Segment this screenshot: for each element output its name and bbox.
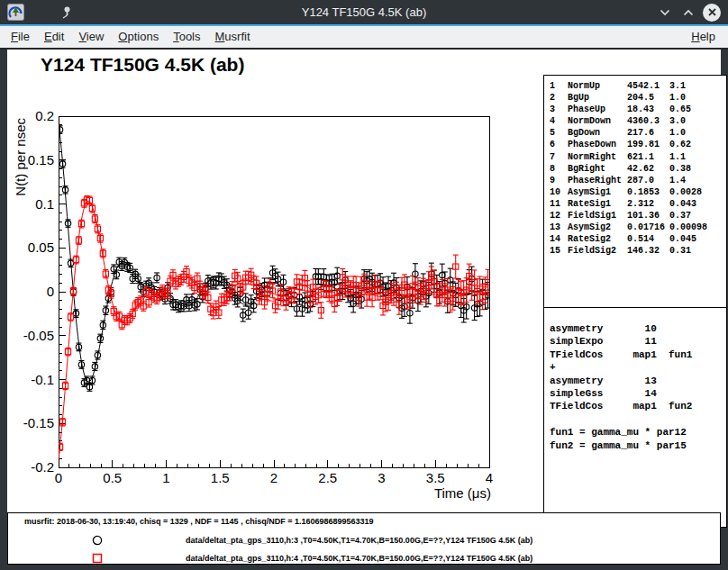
svg-text:0.15: 0.15 [28,152,54,167]
param-value: 621.1 [627,151,669,163]
title-bar[interactable]: Y124 TF150G 4.5K (ab) [0,0,728,24]
menu-item-view[interactable]: View [71,27,111,47]
param-err: 0.38 [669,163,726,175]
param-name: BgUp [568,92,627,104]
legend-circle-marker-icon [91,534,104,547]
menu-item-tools[interactable]: Tools [166,27,207,47]
svg-text:-0.1: -0.1 [31,372,54,387]
param-row: 6PhaseDown199.810.62 [550,139,726,150]
param-value: 0.1853 [627,186,669,198]
menu-item-help[interactable]: Help [684,27,723,47]
fit-curve-square [59,201,489,458]
param-row: 10AsymSig10.18530.0028 [550,186,726,198]
param-value: 217.6 [627,127,669,139]
menu-item-options[interactable]: Options [111,27,166,47]
param-err: 0.62 [669,139,726,150]
menu-item-file[interactable]: File [4,27,37,47]
theory-line: simpleGss 14 [550,387,726,400]
param-no: 14 [550,233,568,245]
param-name: NormUp [568,80,627,92]
param-name: RateSig1 [568,198,627,210]
fit-curve-circle [59,123,489,382]
svg-text:0: 0 [55,470,62,485]
menu-item-edit[interactable]: Edit [37,27,71,47]
param-name: BgDown [568,127,627,139]
svg-text:0.5: 0.5 [103,470,122,485]
param-row: 1NormUp4542.13.1 [550,80,726,92]
legend-entry: data/deltat_pta_gps_3110,h:4 ,T0=4.50K,T… [8,552,720,565]
param-value: 146.32 [627,245,669,257]
param-name: AsymSig2 [568,222,627,233]
param-row: 12FieldSig1101.360.37 [550,210,726,222]
legend-label: data/deltat_pta_gps_3110,h:3 ,T0=4.50K,T… [186,536,532,545]
svg-text:0.05: 0.05 [28,240,54,255]
param-row: 11RateSig12.3120.043 [550,198,726,210]
svg-text:1.5: 1.5 [211,470,230,485]
main-window: Y124 TF150G 4.5K (ab) FileEditViewOption… [0,0,728,570]
svg-text:4: 4 [486,470,493,485]
minimize-button[interactable] [656,4,674,22]
theory-line [550,413,726,426]
svg-text:-0.2: -0.2 [31,459,54,475]
musrview-canvas: Y124 TF150G 4.5K (ab)00.511.522.533.540.… [7,50,721,565]
param-row: 4NormDown4360.33.0 [550,115,726,127]
param-value: 0.01716 [627,222,669,233]
param-value: 4360.3 [627,115,669,127]
param-err: 0.37 [669,210,726,222]
theory-line: asymmetry 13 [550,375,726,387]
param-row: 8BgRight42.620.38 [550,163,726,175]
param-no: 9 [550,175,568,186]
param-value: 2.312 [627,198,669,210]
param-value: 0.514 [627,233,669,245]
param-name: PhaseDown [568,139,627,150]
param-row: 5BgDown217.61.0 [550,127,726,139]
param-no: 13 [550,222,568,233]
param-err: 0.00098 [669,222,726,233]
window-title: Y124 TF150G 4.5K (ab) [0,0,728,24]
menu-bar: FileEditViewOptionsToolsMusrfitHelp [0,26,728,50]
param-no: 6 [550,139,568,150]
svg-text:2.5: 2.5 [318,470,337,485]
svg-text:3: 3 [378,470,385,485]
param-no: 11 [550,198,568,210]
param-name: PhaseUp [568,104,627,115]
param-err: 0.043 [669,198,726,210]
param-row: 15FieldSig2146.320.31 [550,245,726,257]
param-value: 287.0 [627,175,669,186]
svg-text:0.2: 0.2 [35,108,54,123]
param-no: 4 [550,115,568,127]
fit-status-line: musrfit: 2018-06-30, 13:19:40, chisq = 1… [24,517,373,526]
param-value: 204.5 [627,92,669,104]
param-row: 9PhaseRight287.01.4 [550,175,726,186]
theory-line: simplExpo 11 [550,335,726,348]
param-value: 199.81 [627,139,669,150]
svg-text:3.5: 3.5 [426,470,445,485]
param-name: NormRight [568,151,627,163]
param-name: NormDown [568,115,627,127]
param-row: 7NormRight621.11.1 [550,151,726,163]
param-value: 4542.1 [627,80,669,92]
param-name: RateSig2 [568,233,627,245]
svg-text:-0.05: -0.05 [23,328,54,343]
svg-text:2: 2 [270,470,278,485]
theory-line: fun2 = gamma_mu * par15 [550,439,726,452]
param-row: 14RateSig20.5140.045 [550,233,726,245]
param-value: 101.36 [627,210,669,222]
param-no: 8 [550,163,568,175]
theory-line: TFieldCos map1 fun2 [550,400,726,412]
param-no: 2 [550,92,568,104]
svg-text:0: 0 [47,284,54,299]
plot-area[interactable]: Y124 TF150G 4.5K (ab)00.511.522.533.540.… [7,50,543,512]
theory-panel: asymmetry 10simplExpo 11TFieldCos map1 f… [543,307,727,528]
menu-item-musrfit[interactable]: Musrfit [208,27,258,47]
param-err: 1.0 [669,127,726,139]
plot-data [57,123,490,459]
x-axis-title: Time (μs) [434,485,491,501]
param-err: 1.4 [669,175,726,186]
close-button[interactable] [703,4,721,22]
param-row: 13AsymSig20.017160.00098 [550,222,726,233]
theory-line: + [550,361,726,374]
series-red-squares [57,196,490,451]
param-name: AsymSig1 [568,186,627,198]
maximize-button[interactable] [679,4,697,22]
